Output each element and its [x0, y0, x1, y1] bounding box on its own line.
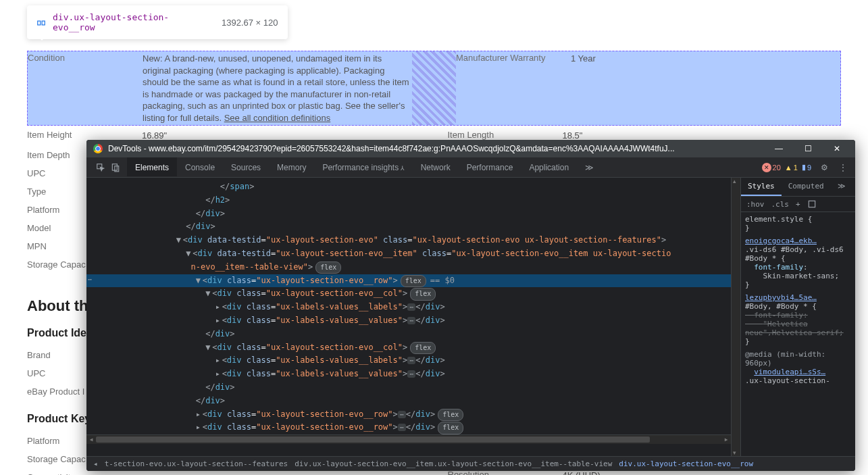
highlighted-spec-row: Condition New: A brand-new, unused, unop…	[27, 51, 841, 126]
spec-label: Condition	[28, 51, 143, 125]
tab-memory[interactable]: Memory	[269, 159, 314, 176]
tab-console[interactable]: Console	[177, 159, 223, 176]
devtools-title: DevTools - www.ebay.com/itm/295429423790…	[108, 144, 761, 153]
svg-rect-1	[42, 21, 45, 25]
warning-badge[interactable]: ▲1	[785, 164, 798, 172]
tooltip-dimensions: 1392.67 × 120	[222, 18, 278, 28]
spec-value: HDMI	[142, 471, 421, 475]
new-style-rule-icon[interactable]: +	[796, 200, 800, 209]
minimize-button[interactable]: —	[767, 144, 791, 153]
toggle-common-rendering-icon[interactable]	[807, 199, 817, 209]
selected-dom-node[interactable]: ⋯ ▼<div class="ux-layout-section-evo__ro…	[86, 274, 731, 288]
spec-label: Manufacturer Warranty	[456, 51, 571, 125]
close-button[interactable]: ✕	[825, 144, 848, 153]
inspect-tooltip: div.ux-layout-section-evo__row 1392.67 ×…	[27, 5, 288, 39]
scroll-thumb[interactable]	[96, 436, 650, 443]
tab-sources[interactable]: Sources	[223, 159, 269, 176]
tab-network[interactable]: Network	[413, 159, 459, 176]
settings-icon[interactable]: ⚙	[815, 163, 834, 172]
devtools-window: DevTools - www.ebay.com/itm/295429423790…	[86, 140, 855, 471]
margin-overlay	[412, 51, 456, 125]
more-styles-tabs[interactable]: ≫	[831, 178, 852, 196]
breadcrumb-item[interactable]: div.ux-layout-section-evo__item.ux-layou…	[295, 459, 612, 468]
computed-tab[interactable]: Computed	[782, 178, 831, 196]
more-tabs-button[interactable]: ≫	[577, 159, 602, 176]
elements-panel[interactable]: </span> </h2> </div> </div> ▼<div data-t…	[86, 178, 731, 456]
spec-value: New: A brand-new, unused, unopened, unda…	[143, 51, 412, 125]
device-toolbar-icon[interactable]	[111, 162, 120, 172]
condition-definitions-link[interactable]: See all condition definitions	[224, 113, 331, 123]
spec-label: Connectivity	[27, 471, 142, 475]
tab-performance[interactable]: Performance	[459, 159, 521, 176]
styles-toolbar: :hov .cls +	[741, 197, 855, 212]
scroll-right-icon[interactable]: ▸	[721, 435, 731, 445]
cls-filter[interactable]: .cls	[771, 200, 790, 209]
styles-tab[interactable]: Styles	[741, 178, 782, 196]
tab-performance-insights[interactable]: Performance insights ⅄	[314, 159, 412, 176]
tab-elements[interactable]: Elements	[127, 157, 177, 176]
breadcrumb-item-active[interactable]: div.ux-layout-section-evo__row	[619, 459, 753, 468]
tab-application[interactable]: Application	[521, 159, 577, 176]
svg-rect-0	[38, 21, 41, 25]
tooltip-selector: div.ux-layout-section-evo__row	[53, 12, 188, 32]
scroll-left-icon[interactable]: ◂	[86, 435, 96, 445]
error-badge[interactable]: ✕20	[762, 163, 781, 172]
more-icon[interactable]: ⋮	[834, 163, 852, 172]
hov-filter[interactable]: :hov	[746, 200, 765, 209]
breadcrumb-item[interactable]: t-section-evo.ux-layout-section--feature…	[105, 459, 288, 468]
flex-layout-icon	[36, 17, 46, 28]
chrome-icon	[93, 144, 103, 153]
svg-rect-5	[809, 201, 815, 207]
vertical-scrollbar[interactable]	[731, 178, 740, 456]
info-badge[interactable]: ▮9	[802, 163, 811, 172]
styles-tabs: Styles Computed ≫	[741, 178, 855, 197]
dom-breadcrumb[interactable]: ◂ t-section-evo.ux-layout-section--featu…	[86, 456, 855, 471]
spec-col-right: Manufacturer Warranty 1 Year	[456, 51, 840, 125]
inspect-element-icon[interactable]	[96, 162, 105, 172]
horizontal-scrollbar[interactable]: ◂ ▸	[86, 434, 731, 444]
devtools-tabbar: ElementsConsoleSourcesMemoryPerformance …	[86, 157, 855, 178]
styles-panel: Styles Computed ≫ :hov .cls + element.st…	[740, 178, 855, 456]
spec-value: 1 Year	[571, 51, 840, 125]
maximize-button[interactable]: ☐	[796, 144, 820, 153]
spec-col-left: Condition New: A brand-new, unused, unop…	[28, 51, 412, 125]
styles-rules[interactable]: element.style { } enoigcgoca4…ekb… .vi-d…	[741, 212, 855, 456]
devtools-titlebar[interactable]: DevTools - www.ebay.com/itm/295429423790…	[86, 140, 855, 157]
